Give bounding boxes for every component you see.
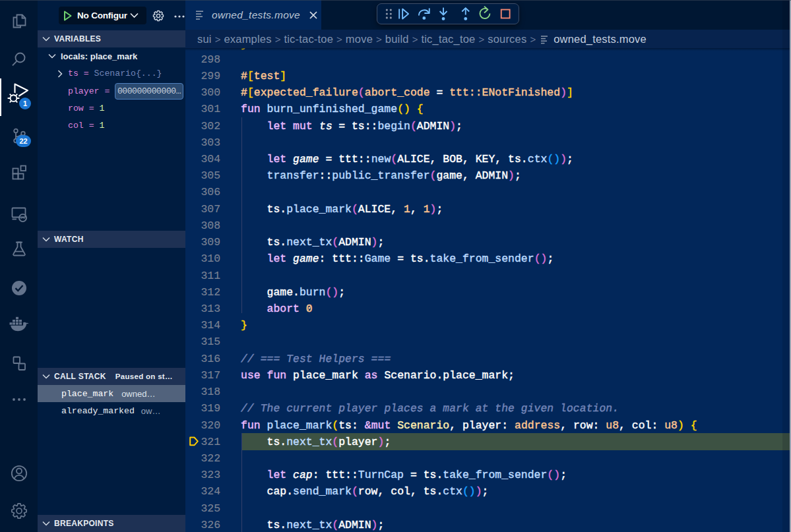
svg-text:><: >< xyxy=(19,215,26,221)
